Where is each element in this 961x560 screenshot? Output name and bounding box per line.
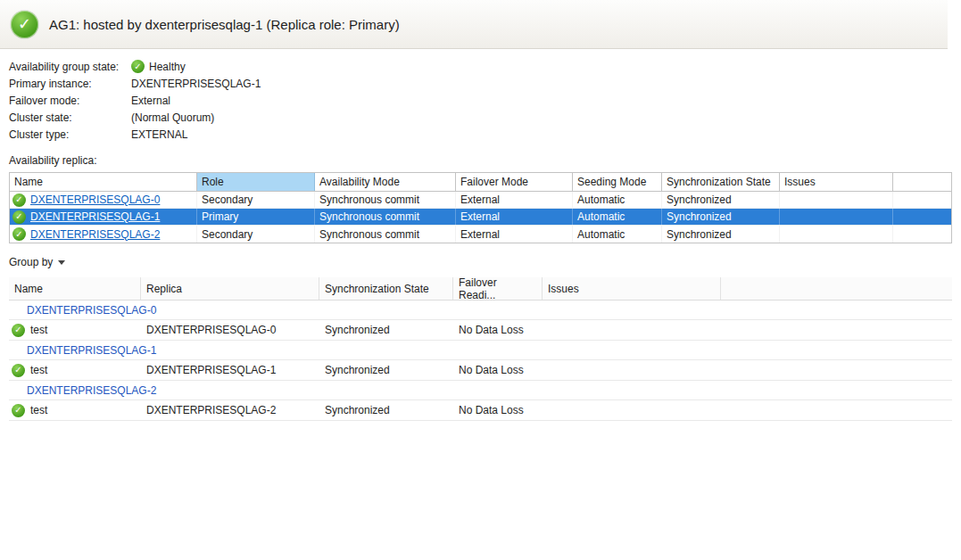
replica-name-link[interactable]: DXENTERPRISESQLAG-1 <box>30 210 160 223</box>
db-sync-state-cell: Synchronized <box>319 360 453 380</box>
db-name-cell: test <box>9 360 141 380</box>
ag-state-label: Availability group state: <box>9 61 131 73</box>
db-failover-readiness-cell: No Data Loss <box>453 360 543 380</box>
db-sync-state-cell: Synchronized <box>319 400 453 420</box>
failover-mode-value: External <box>131 95 170 107</box>
db-column-header-replica[interactable]: Replica <box>141 277 319 300</box>
db-column-header-issues[interactable]: Issues <box>543 277 721 300</box>
replica-availability-mode-cell: Synchronous commit <box>315 226 456 243</box>
replica-seeding-mode-cell: Automatic <box>573 209 662 225</box>
replica-name-link[interactable]: DXENTERPRISESQLAG-2 <box>30 228 160 241</box>
status-row-primary-instance: Primary instance: DXENTERPRISESQLAG-1 <box>9 75 961 92</box>
db-row[interactable]: test DXENTERPRISESQLAG-2 Synchronized No… <box>9 400 952 421</box>
status-row-failover-mode: Failover mode: External <box>9 92 961 109</box>
replica-seeding-mode-cell: Automatic <box>573 192 662 208</box>
cluster-type-value: EXTERNAL <box>131 128 187 141</box>
replica-row-1[interactable]: DXENTERPRISESQLAG-1 Primary Synchronous … <box>10 209 951 226</box>
group-by-label: Group by <box>9 256 53 268</box>
status-row-group-state: Availability group state: Healthy <box>9 58 961 75</box>
replica-issues-cell <box>780 226 893 243</box>
db-name-text: test <box>30 324 47 336</box>
db-column-header-failover-readiness[interactable]: Failover Readi... <box>453 277 543 300</box>
replica-healthy-icon <box>12 227 26 241</box>
primary-instance-value: DXENTERPRISESQLAG-1 <box>131 78 261 90</box>
database-grid: Name Replica Synchronization State Failo… <box>9 277 952 421</box>
replica-row-2[interactable]: DXENTERPRISESQLAG-2 Secondary Synchronou… <box>10 226 951 243</box>
chevron-down-icon <box>58 260 65 265</box>
ag-healthy-icon <box>11 11 38 38</box>
db-group-title-2[interactable]: DXENTERPRISESQLAG-2 <box>9 381 952 400</box>
db-replica-cell: DXENTERPRISESQLAG-2 <box>141 400 319 420</box>
replica-failover-mode-cell: External <box>456 209 573 225</box>
replica-availability-mode-cell: Synchronous commit <box>315 209 456 225</box>
failover-mode-label: Failover mode: <box>9 95 131 107</box>
status-row-cluster-type: Cluster type: EXTERNAL <box>9 126 961 143</box>
replica-filler-cell <box>893 209 951 225</box>
db-filler-cell <box>721 320 952 340</box>
replica-sync-state-cell: Synchronized <box>662 226 780 243</box>
db-row[interactable]: test DXENTERPRISESQLAG-1 Synchronized No… <box>9 360 952 381</box>
replica-filler-cell <box>893 192 951 208</box>
status-row-cluster-state: Cluster state: (Normal Quorum) <box>9 109 961 126</box>
db-column-header-name[interactable]: Name <box>9 277 141 300</box>
replica-issues-cell <box>780 192 893 208</box>
db-name-cell: test <box>9 320 141 340</box>
db-group-title-1[interactable]: DXENTERPRISESQLAG-1 <box>9 341 952 360</box>
db-column-header-synchronization-state[interactable]: Synchronization State <box>319 277 453 300</box>
healthy-state-icon <box>131 60 145 73</box>
dashboard-header: AG1: hosted by dxenterprisesqlag-1 (Repl… <box>0 0 948 49</box>
db-filler-cell <box>721 360 952 380</box>
column-header-synchronization-state[interactable]: Synchronization State <box>662 173 780 191</box>
db-issues-cell <box>543 360 721 380</box>
primary-instance-label: Primary instance: <box>9 78 131 90</box>
replica-role-cell: Secondary <box>197 226 315 243</box>
db-sync-state-cell: Synchronized <box>319 320 453 340</box>
replica-name-cell: DXENTERPRISESQLAG-0 <box>10 192 197 208</box>
cluster-type-label: Cluster type: <box>9 128 131 141</box>
db-healthy-icon <box>12 324 25 337</box>
replica-failover-mode-cell: External <box>456 226 573 243</box>
database-grid-header: Name Replica Synchronization State Failo… <box>9 277 952 301</box>
status-panel: Availability group state: Healthy Primar… <box>0 49 961 143</box>
replica-name-link[interactable]: DXENTERPRISESQLAG-0 <box>30 194 160 206</box>
db-name-text: test <box>30 404 47 416</box>
replica-seeding-mode-cell: Automatic <box>573 226 662 243</box>
page-title: AG1: hosted by dxenterprisesqlag-1 (Repl… <box>49 17 400 32</box>
db-failover-readiness-cell: No Data Loss <box>453 400 543 420</box>
db-name-cell: test <box>9 400 141 420</box>
column-header-role[interactable]: Role <box>197 173 315 191</box>
db-group-title-0[interactable]: DXENTERPRISESQLAG-0 <box>9 301 952 320</box>
ag-state-value: Healthy <box>149 61 186 73</box>
replica-issues-cell <box>780 209 893 225</box>
cluster-state-label: Cluster state: <box>9 111 131 124</box>
column-header-name[interactable]: Name <box>10 173 197 191</box>
replica-sync-state-cell: Synchronized <box>662 209 780 225</box>
replica-role-cell: Secondary <box>197 192 315 208</box>
db-filler-cell <box>721 400 952 420</box>
db-healthy-icon <box>12 404 25 417</box>
db-row[interactable]: test DXENTERPRISESQLAG-0 Synchronized No… <box>9 320 952 341</box>
db-name-text: test <box>30 364 47 376</box>
availability-replica-grid: Name Role Availability Mode Failover Mod… <box>9 172 952 243</box>
db-issues-cell <box>543 320 721 340</box>
replica-row-0[interactable]: DXENTERPRISESQLAG-0 Secondary Synchronou… <box>10 192 951 209</box>
group-by-dropdown[interactable]: Group by <box>9 256 65 268</box>
replica-name-cell: DXENTERPRISESQLAG-2 <box>10 226 197 243</box>
db-healthy-icon <box>12 364 25 377</box>
column-header-failover-mode[interactable]: Failover Mode <box>456 173 573 191</box>
cluster-state-value: (Normal Quorum) <box>131 111 214 124</box>
replica-failover-mode-cell: External <box>456 192 573 208</box>
replica-healthy-icon <box>12 194 26 207</box>
replica-availability-mode-cell: Synchronous commit <box>315 192 456 208</box>
column-header-seeding-mode[interactable]: Seeding Mode <box>573 173 662 191</box>
db-replica-cell: DXENTERPRISESQLAG-1 <box>141 360 319 380</box>
replica-role-cell: Primary <box>197 209 315 225</box>
replica-sync-state-cell: Synchronized <box>662 192 780 208</box>
column-header-issues[interactable]: Issues <box>780 173 893 191</box>
db-failover-readiness-cell: No Data Loss <box>453 320 543 340</box>
replica-healthy-icon <box>12 210 26 224</box>
replica-name-cell: DXENTERPRISESQLAG-1 <box>10 209 197 225</box>
replica-grid-header: Name Role Availability Mode Failover Mod… <box>10 173 951 192</box>
column-header-availability-mode[interactable]: Availability Mode <box>315 173 456 191</box>
db-replica-cell: DXENTERPRISESQLAG-0 <box>141 320 319 340</box>
